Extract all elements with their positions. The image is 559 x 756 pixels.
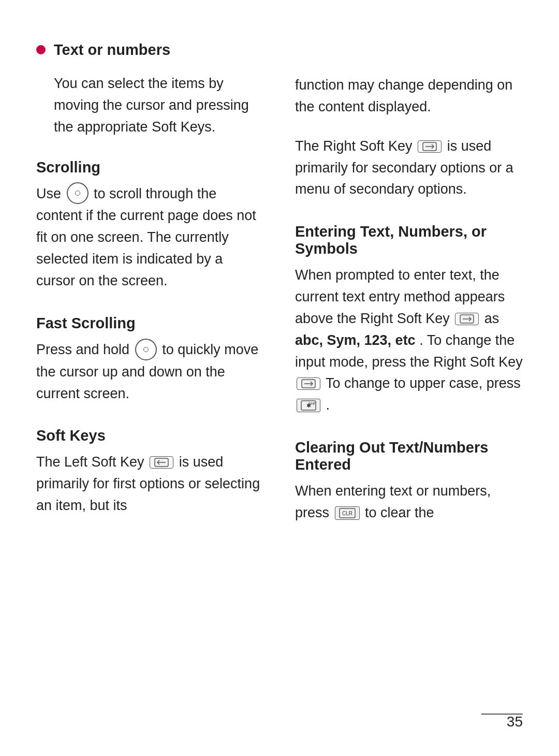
page-number: 35 xyxy=(507,714,523,730)
nav-circle-inner-2 xyxy=(143,347,149,352)
scrolling-body-after: to scroll through the content if the cur… xyxy=(36,186,256,288)
star-shift-key-icon: ✱ SHF xyxy=(297,399,320,412)
nav-circle-inner xyxy=(75,191,80,196)
nav-circle-icon-2 xyxy=(135,339,157,360)
right-column: function may change depending on the con… xyxy=(295,41,523,542)
bullet-title: Text or numbers xyxy=(54,41,170,58)
svg-text:CLR: CLR xyxy=(342,511,352,516)
bullet-item-text-or-numbers: Text or numbers xyxy=(36,41,264,59)
entering-text-p2-before: as xyxy=(484,311,499,326)
entering-text-bold: abc, Sym, 123, etc xyxy=(295,332,416,348)
fast-scrolling-body: Press and hold to quickly move the curso… xyxy=(36,339,264,405)
soft-keys-body: The Left Soft Key is used primarily for … xyxy=(36,452,264,517)
scrolling-heading: Scrolling xyxy=(36,159,264,176)
left-softkey-icon xyxy=(150,456,173,469)
right-softkey-before: The Right Soft Key xyxy=(295,138,413,154)
entering-text-heading: Entering Text, Numbers, or Symbols xyxy=(295,223,523,257)
scrolling-body: Use to scroll through the content if the… xyxy=(36,183,264,292)
bullet-dot xyxy=(36,45,46,54)
svg-text:SHF: SHF xyxy=(308,402,316,405)
right-intro: function may change depending on the con… xyxy=(295,75,523,118)
fast-scrolling-heading: Fast Scrolling xyxy=(36,315,264,332)
right-softkey-svg-2 xyxy=(460,314,474,324)
page-content: Text or numbers You can select the items… xyxy=(0,0,559,583)
left-softkey-svg xyxy=(154,458,169,467)
right-softkey-svg-3 xyxy=(301,379,316,388)
soft-keys-body-before: The Left Soft Key xyxy=(36,454,144,470)
right-softkey-svg xyxy=(422,142,437,151)
clr-key-svg: CLR xyxy=(339,508,356,518)
clearing-body-after: to clear the xyxy=(365,505,434,520)
soft-keys-heading: Soft Keys xyxy=(36,427,264,444)
clr-key-icon: CLR xyxy=(335,506,360,520)
entering-text-p3: To change to upper case, press xyxy=(326,375,521,391)
right-softkey-icon-3 xyxy=(297,377,320,390)
clearing-body: When entering text or numbers, press CLR… xyxy=(295,481,523,524)
right-softkey-icon-2 xyxy=(455,313,479,325)
right-intro-text: function may change depending on the con… xyxy=(295,77,512,114)
nav-circle-icon xyxy=(67,182,89,204)
clearing-heading: Clearing Out Text/Numbers Entered xyxy=(295,439,523,473)
fast-scrolling-body-before: Press and hold xyxy=(36,342,129,357)
clearing-heading-text: Clearing Out Text/Numbers Entered xyxy=(295,439,488,473)
left-column: Text or numbers You can select the items… xyxy=(36,41,264,542)
bullet-body: You can select the items by moving the c… xyxy=(36,73,264,138)
period-after-star: . xyxy=(326,397,330,413)
right-softkey-icon xyxy=(418,140,442,153)
right-softkey-sentence: The Right Soft Key is used primarily for… xyxy=(295,136,523,201)
star-key-svg: ✱ SHF xyxy=(301,400,316,411)
entering-text-body: When prompted to enter text, the current… xyxy=(295,265,523,416)
scrolling-body-before: Use xyxy=(36,186,61,201)
